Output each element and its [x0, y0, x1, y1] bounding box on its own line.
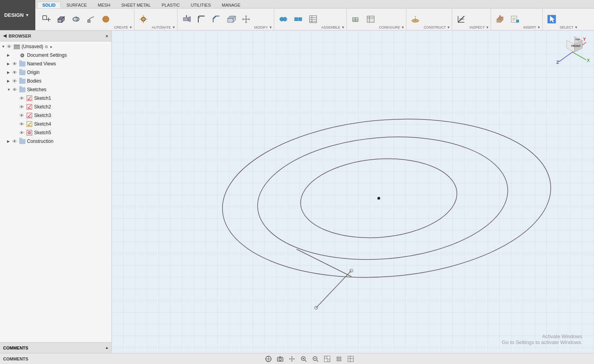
tab-utilities[interactable]: UTILITIES — [186, 2, 216, 8]
tree-label-named-views: Named Views — [27, 61, 56, 67]
tree-eye-sketch2[interactable]: 👁 — [20, 105, 26, 109]
tab-surface[interactable]: SURFACE — [62, 2, 92, 8]
tree-arrow-sketches: ▼ — [7, 88, 13, 92]
tree-eye-sketch4[interactable]: 👁 — [20, 122, 26, 126]
tree-item-sketch3[interactable]: 👁 Sketch3 — [0, 111, 111, 120]
tool-insert1[interactable] — [493, 10, 507, 29]
tree-label-sketch5: Sketch5 — [34, 130, 51, 135]
tree-item-sketch4[interactable]: 👁 Sketch4 — [0, 120, 111, 128]
tree-eye-bodies[interactable]: 👁 — [13, 79, 19, 83]
revolve-icon — [71, 14, 81, 25]
tree-item-unsaved[interactable]: ▼ 👁 (Unsaved) ⚙ ● — [0, 42, 111, 51]
tree-item-sketch2[interactable]: 👁 Sketch2 — [0, 103, 111, 111]
tab-solid[interactable]: SOLID — [37, 2, 61, 8]
svg-line-85 — [317, 360, 318, 362]
modify-group-label: MODIFY ▼ — [254, 25, 272, 30]
configure-group-label: CONFIGURE ▼ — [379, 25, 404, 30]
toolbar-group-inspect: mm INSPECT ▼ — [452, 9, 491, 30]
tool-configure1[interactable] — [348, 10, 363, 29]
tool-extrude[interactable] — [54, 10, 69, 29]
tool-shell[interactable] — [224, 10, 239, 29]
tree-item-bodies[interactable]: ▶ 👁 Bodies — [0, 77, 111, 85]
tree-item-construction[interactable]: ▶ 👁 Construction — [0, 137, 111, 146]
tool-insert2[interactable] — [507, 10, 522, 29]
tree-item-sketch1[interactable]: 👁 Sketch1 — [0, 94, 111, 103]
joint-icon — [278, 14, 289, 25]
svg-marker-44 — [499, 15, 501, 16]
svg-rect-3 — [58, 19, 62, 22]
svg-point-9 — [103, 16, 109, 22]
tree-eye-named-views[interactable]: 👁 — [13, 61, 19, 66]
tree-item-sketches[interactable]: ▼ 👁 Sketches — [0, 85, 111, 94]
tree-icon-origin — [19, 69, 26, 76]
toolbar-group-modify: MODIFY ▼ — [177, 9, 274, 30]
svg-line-65 — [572, 52, 586, 60]
tool-press-pull[interactable] — [179, 10, 194, 29]
tree-item-origin[interactable]: ▶ 👁 Origin — [0, 68, 111, 77]
browser-close-icon[interactable]: × — [106, 34, 108, 38]
tool-revolve[interactable] — [69, 10, 83, 29]
sweep-icon — [85, 14, 96, 25]
design-button[interactable]: DESIGN ▼ — [0, 0, 35, 30]
toolbar-group-automate: AUTOMATE ▼ — [134, 9, 177, 30]
tool-select[interactable] — [544, 10, 559, 29]
svg-line-58 — [28, 114, 31, 117]
viewport[interactable]: Y X Z FRONT TOP Activat — [112, 31, 594, 353]
tab-manage[interactable]: MANAGE — [217, 2, 246, 8]
display-settings-btn[interactable] — [323, 355, 331, 363]
pan-btn[interactable] — [288, 355, 296, 363]
tree-icon-construction — [19, 138, 26, 144]
automate-icon — [138, 14, 149, 25]
tab-plastic[interactable]: PLASTIC — [157, 2, 185, 8]
tree-eye-unsaved[interactable]: 👁 — [7, 44, 13, 49]
svg-rect-0 — [43, 16, 47, 20]
tool-inspect1[interactable]: mm — [454, 10, 469, 29]
tree-item-sketch5[interactable]: 👁 Sketch5 — [0, 128, 111, 137]
view-cube[interactable]: Y X Z FRONT TOP — [555, 34, 590, 70]
browser-collapse-icon[interactable]: ◀ — [3, 33, 6, 38]
tree-eye-sketches[interactable]: 👁 — [13, 87, 19, 92]
tree-icon-named-views — [19, 61, 26, 67]
tool-sweep[interactable] — [83, 10, 98, 29]
tab-mesh[interactable]: MESH — [93, 2, 116, 8]
tree-eye-sketch5[interactable]: 👁 — [20, 130, 26, 135]
tree-label-unsaved: (Unsaved) — [22, 44, 43, 49]
capture-image-btn[interactable] — [276, 355, 284, 363]
tool-joint[interactable] — [276, 10, 291, 29]
tree-eye-origin[interactable]: 👁 — [13, 70, 19, 75]
zoom-box-btn[interactable] — [311, 355, 320, 363]
toolbar-groups: CREATE ▼ AUTOMATE ▼ — [35, 9, 594, 30]
tool-configure2[interactable] — [363, 10, 378, 29]
grid-snap-btn[interactable] — [264, 355, 273, 363]
inspect1-icon: mm — [456, 14, 467, 25]
tool-move[interactable] — [239, 10, 254, 29]
zoom-btn[interactable] — [299, 355, 308, 363]
insert-group-label: INSERT ▼ — [523, 25, 540, 30]
tool-automate[interactable] — [136, 10, 151, 29]
browser-title: BROWSER — [9, 34, 31, 38]
unsaved-settings-icon[interactable]: ⚙ — [45, 45, 48, 49]
tool-construct1[interactable] — [408, 10, 423, 29]
assemble-group-label: ASSEMBLE ▼ — [321, 25, 345, 30]
tree-eye-construction[interactable]: 👁 — [13, 139, 19, 144]
toolbar-group-insert: INSERT ▼ — [491, 9, 542, 30]
unsaved-options-icon[interactable]: ● — [50, 45, 52, 49]
view-settings-btn[interactable] — [346, 355, 355, 363]
automate-group-label: AUTOMATE ▼ — [152, 25, 176, 30]
tree-eye-sketch3[interactable]: 👁 — [20, 113, 26, 118]
tool-chamfer[interactable] — [209, 10, 224, 29]
tool-fillet[interactable] — [194, 10, 209, 29]
tool-bom[interactable] — [306, 10, 321, 29]
sphere-icon — [100, 14, 111, 25]
tool-sphere[interactable] — [98, 10, 113, 29]
tree-eye-sketch1[interactable]: 👁 — [20, 96, 26, 101]
tool-joint2[interactable] — [291, 10, 306, 29]
tree-icon-bodies — [19, 78, 26, 84]
tool-new-component[interactable] — [39, 10, 54, 29]
svg-text:Y: Y — [583, 37, 586, 41]
tab-sheet-metal[interactable]: SHEET METAL — [116, 2, 156, 8]
tree-item-doc-settings[interactable]: ▶ ⚙ Document Settings — [0, 51, 111, 59]
tree-item-named-views[interactable]: ▶ 👁 Named Views — [0, 59, 111, 68]
comments-add-icon[interactable]: + — [106, 346, 108, 350]
grid-settings-btn[interactable] — [335, 355, 343, 363]
